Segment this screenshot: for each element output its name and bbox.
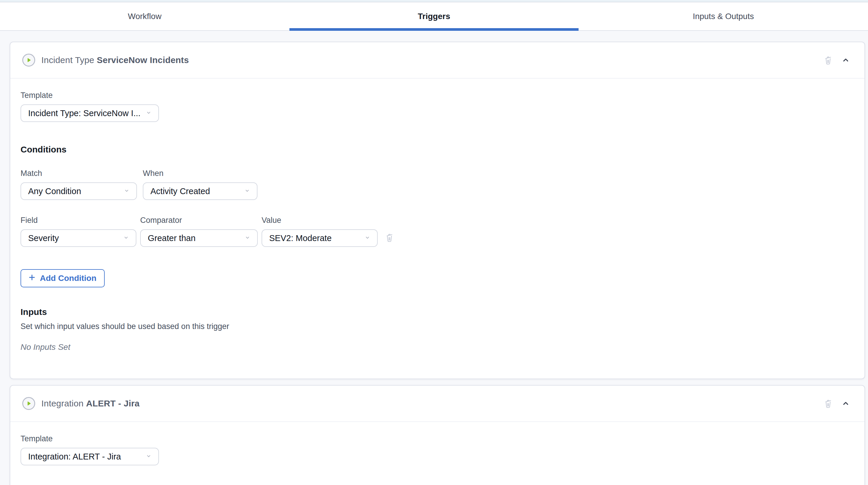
match-group: Match Any Condition — [21, 168, 137, 200]
value-select-value: SEV2: Moderate — [269, 234, 332, 243]
top-strip — [0, 0, 868, 2]
inputs-empty-state: No Inputs Set — [21, 342, 850, 352]
trigger-title: Integration ALERT - Jira — [41, 398, 140, 408]
template-group: Template Integration: ALERT - Jira — [21, 434, 850, 465]
template-group: Template Incident Type: ServiceNow I... — [21, 90, 850, 122]
comparator-select-value: Greater than — [148, 234, 195, 243]
when-group: When Activity Created — [143, 168, 257, 200]
trigger-card-header: Integration ALERT - Jira — [10, 386, 865, 422]
trigger-card-body: Template Incident Type: ServiceNow I... … — [10, 79, 865, 378]
field-group: Field Severity — [21, 215, 136, 247]
workflow-editor-page: Workflow Triggers Inputs & Outputs Incid… — [0, 0, 868, 485]
trigger-title: Incident Type ServiceNow Incidents — [41, 55, 189, 65]
trash-icon — [823, 398, 833, 410]
header-actions — [823, 398, 850, 410]
chevron-down-icon — [145, 109, 153, 118]
tab-triggers[interactable]: Triggers — [289, 2, 579, 30]
template-select[interactable]: Integration: ALERT - Jira — [21, 448, 159, 465]
collapse-trigger-button[interactable] — [841, 55, 850, 65]
chevron-down-icon — [364, 234, 371, 243]
template-label: Template — [21, 90, 850, 100]
condition-actions — [384, 232, 395, 243]
trigger-card-body: Template Integration: ALERT - Jira — [10, 422, 865, 485]
chevron-down-icon — [243, 187, 251, 195]
tab-workflow[interactable]: Workflow — [0, 2, 289, 30]
value-label: Value — [261, 215, 378, 225]
when-select[interactable]: Activity Created — [143, 182, 257, 200]
value-select[interactable]: SEV2: Moderate — [261, 229, 378, 247]
conditions-heading: Conditions — [21, 144, 850, 155]
template-label: Template — [21, 434, 850, 444]
header-actions — [823, 55, 850, 66]
match-when-row: Match Any Condition When Activity Create… — [21, 168, 850, 200]
chevron-down-icon — [145, 452, 153, 461]
match-select-value: Any Condition — [28, 186, 81, 196]
play-icon — [22, 397, 35, 410]
chevron-down-icon — [122, 234, 130, 243]
collapse-trigger-button[interactable] — [841, 398, 850, 409]
delete-condition-button[interactable] — [384, 232, 395, 243]
trash-icon — [823, 55, 833, 66]
tab-workflow-label: Workflow — [128, 12, 162, 21]
play-icon — [22, 54, 35, 66]
field-label: Field — [21, 215, 136, 225]
chevron-down-icon — [244, 234, 251, 243]
delete-trigger-button[interactable] — [823, 55, 833, 66]
template-select-value: Integration: ALERT - Jira — [28, 452, 121, 461]
template-select-value: Incident Type: ServiceNow I... — [28, 109, 141, 118]
trigger-card-header: Incident Type ServiceNow Incidents — [10, 42, 865, 79]
trigger-name: ALERT - Jira — [86, 398, 140, 408]
template-select[interactable]: Incident Type: ServiceNow I... — [21, 104, 159, 122]
value-group: Value SEV2: Moderate — [261, 215, 378, 247]
trigger-type-label: Integration — [41, 398, 84, 408]
add-condition-label: Add Condition — [40, 274, 96, 283]
comparator-select[interactable]: Greater than — [140, 229, 258, 247]
match-select[interactable]: Any Condition — [21, 182, 137, 200]
trigger-name: ServiceNow Incidents — [97, 55, 189, 65]
when-label: When — [143, 168, 257, 178]
tab-triggers-label: Triggers — [418, 12, 450, 21]
chevron-up-icon — [841, 55, 850, 65]
trash-icon — [384, 232, 395, 243]
tab-inputs-outputs-label: Inputs & Outputs — [693, 12, 754, 21]
add-condition-button[interactable]: Add Condition — [21, 269, 105, 287]
trigger-card-incident-type: Incident Type ServiceNow Incidents — [10, 42, 865, 379]
delete-trigger-button[interactable] — [823, 398, 833, 410]
comparator-group: Comparator Greater than — [140, 215, 258, 247]
field-select[interactable]: Severity — [21, 229, 136, 247]
triggers-panel: Incident Type ServiceNow Incidents — [0, 31, 868, 485]
tab-inputs-outputs[interactable]: Inputs & Outputs — [579, 2, 868, 30]
when-select-value: Activity Created — [150, 186, 210, 196]
comparator-label: Comparator — [140, 215, 258, 225]
inputs-description: Set which input values should be used ba… — [21, 322, 850, 331]
chevron-up-icon — [841, 398, 850, 409]
trigger-card-integration: Integration ALERT - Jira — [10, 385, 865, 485]
tab-bar: Workflow Triggers Inputs & Outputs — [0, 2, 868, 31]
chevron-down-icon — [123, 187, 130, 195]
plus-icon — [28, 273, 36, 284]
field-select-value: Severity — [28, 234, 59, 243]
inputs-heading: Inputs — [21, 307, 850, 317]
condition-row: Field Severity Comparator Greater than — [21, 215, 850, 247]
match-label: Match — [21, 168, 137, 178]
trigger-type-label: Incident Type — [41, 55, 94, 65]
